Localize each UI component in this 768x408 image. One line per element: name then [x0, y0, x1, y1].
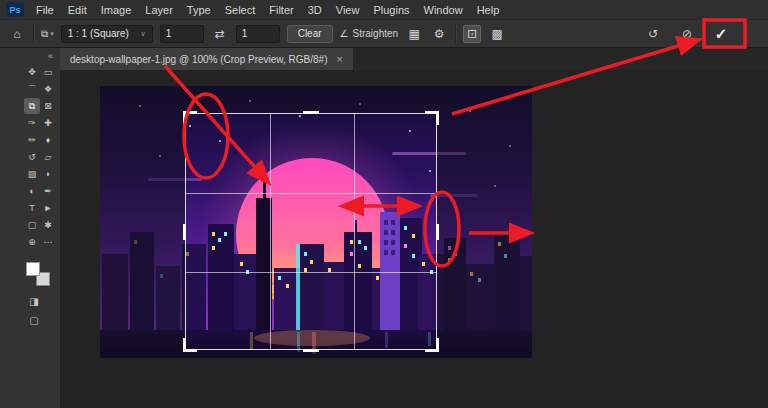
- crop-handle-top-left[interactable]: [183, 111, 197, 125]
- dodge-tool[interactable]: ◐: [24, 183, 40, 199]
- move-tool[interactable]: ✥: [24, 64, 40, 80]
- menu-bar: Ps File Edit Image Layer Type Select Fil…: [0, 0, 768, 20]
- foreground-color-swatch[interactable]: [26, 262, 40, 276]
- blur-tool[interactable]: ◗: [40, 166, 56, 182]
- crop-handle-bottom-left[interactable]: [183, 338, 197, 352]
- home-icon[interactable]: ⌂: [8, 25, 26, 43]
- canvas[interactable]: [60, 70, 768, 408]
- crop-handle-left[interactable]: [183, 224, 186, 240]
- menu-layer[interactable]: Layer: [138, 4, 180, 16]
- aspect-ratio-select[interactable]: 1 : 1 (Square) ∨: [61, 25, 153, 43]
- collapse-panel-icon[interactable]: «: [48, 51, 53, 61]
- lasso-tool[interactable]: ⌒: [24, 81, 40, 97]
- overlay-options-icon[interactable]: ▦: [405, 25, 423, 43]
- clone-stamp-tool[interactable]: ♦: [40, 132, 56, 148]
- content-aware-icon[interactable]: ▩: [488, 25, 506, 43]
- straighten-label: Straighten: [353, 28, 399, 39]
- swap-dimensions-icon[interactable]: ⇄: [211, 25, 229, 43]
- separator: [33, 25, 34, 43]
- menu-filter[interactable]: Filter: [262, 4, 300, 16]
- crop-options-bar: ⌂ ⧉ ▾ 1 : 1 (Square) ∨ ⇄ Clear ∠ Straigh…: [0, 20, 768, 48]
- crop-grid-line: [354, 114, 355, 349]
- crop-handle-bottom-right[interactable]: [425, 338, 439, 352]
- crop-width-input[interactable]: [160, 25, 204, 43]
- cancel-crop-icon[interactable]: ⊘: [678, 25, 696, 43]
- hand-tool[interactable]: ✱: [40, 217, 56, 233]
- edit-toolbar-icon[interactable]: ⋯: [40, 234, 56, 250]
- document-tab-title: desktop-wallpaper-1.jpg @ 100% (Crop Pre…: [70, 54, 328, 65]
- rectangle-tool[interactable]: ▢: [24, 217, 40, 233]
- separator: [455, 25, 456, 43]
- color-swatches[interactable]: [26, 262, 50, 286]
- straighten-button[interactable]: ∠ Straighten: [340, 28, 399, 39]
- document-tab[interactable]: desktop-wallpaper-1.jpg @ 100% (Crop Pre…: [60, 48, 353, 70]
- eraser-tool[interactable]: ▱: [40, 149, 56, 165]
- healing-brush-tool[interactable]: ✚: [40, 115, 56, 131]
- menu-type[interactable]: Type: [180, 4, 218, 16]
- pen-tool[interactable]: ✒: [40, 183, 56, 199]
- commit-crop-icon[interactable]: ✓: [712, 25, 730, 43]
- menu-view[interactable]: View: [329, 4, 367, 16]
- tool-preset-picker[interactable]: ⧉ ▾: [41, 28, 54, 40]
- marquee-tool[interactable]: ▭: [40, 64, 56, 80]
- crop-height-input[interactable]: [236, 25, 280, 43]
- menu-select[interactable]: Select: [218, 4, 263, 16]
- crop-grid-line: [270, 114, 271, 349]
- reset-icon[interactable]: ↺: [644, 25, 662, 43]
- chevron-down-icon: ▾: [50, 30, 54, 38]
- menu-help[interactable]: Help: [470, 4, 507, 16]
- crop-region[interactable]: [185, 113, 437, 350]
- history-brush-tool[interactable]: ↺: [24, 149, 40, 165]
- delete-cropped-pixels-icon[interactable]: ⊡: [463, 25, 481, 43]
- menu-window[interactable]: Window: [417, 4, 470, 16]
- tool-panel: « ✥ ▭ ⌒ ❖ ⧉ ⊠ ✑ ✚ ✏ ♦ ↺ ▱ ▨ ◗ ◐ ✒ T ► ▢ …: [0, 48, 60, 408]
- commit-group: ↺ ⊘ ✓: [644, 25, 730, 43]
- crop-grid-line: [186, 272, 436, 273]
- toolbar-bottom: ◨ ▢: [26, 296, 42, 326]
- document-area: desktop-wallpaper-1.jpg @ 100% (Crop Pre…: [60, 48, 768, 408]
- close-icon[interactable]: ×: [337, 53, 343, 65]
- menu-file[interactable]: File: [29, 4, 61, 16]
- photoshop-logo[interactable]: Ps: [6, 2, 24, 17]
- tool-grid: ✥ ▭ ⌒ ❖ ⧉ ⊠ ✑ ✚ ✏ ♦ ↺ ▱ ▨ ◗ ◐ ✒ T ► ▢ ✱ …: [24, 64, 56, 250]
- chevron-down-icon: ∨: [141, 30, 146, 38]
- crop-tool[interactable]: ⧉: [24, 98, 40, 114]
- crop-handle-top-right[interactable]: [425, 111, 439, 125]
- brush-tool[interactable]: ✏: [24, 132, 40, 148]
- menu-edit[interactable]: Edit: [61, 4, 94, 16]
- screen-mode-icon[interactable]: ▢: [29, 315, 38, 326]
- aspect-ratio-value: 1 : 1 (Square): [68, 28, 129, 39]
- main-area: « ✥ ▭ ⌒ ❖ ⧉ ⊠ ✑ ✚ ✏ ♦ ↺ ▱ ▨ ◗ ◐ ✒ T ► ▢ …: [0, 48, 768, 408]
- crop-handle-top[interactable]: [303, 111, 319, 114]
- gradient-tool[interactable]: ▨: [24, 166, 40, 182]
- crop-tool-icon: ⧉: [41, 28, 48, 40]
- frame-tool[interactable]: ⊠: [40, 98, 56, 114]
- crop-handle-bottom[interactable]: [303, 349, 319, 352]
- tab-bar: desktop-wallpaper-1.jpg @ 100% (Crop Pre…: [60, 48, 768, 70]
- menu-image[interactable]: Image: [94, 4, 139, 16]
- type-tool[interactable]: T: [24, 200, 40, 216]
- straighten-icon: ∠: [340, 28, 349, 39]
- crop-handle-right[interactable]: [436, 224, 439, 240]
- quick-mask-icon[interactable]: ◨: [29, 296, 38, 307]
- crop-grid-line: [186, 193, 436, 194]
- eyedropper-tool[interactable]: ✑: [24, 115, 40, 131]
- path-selection-tool[interactable]: ►: [40, 200, 56, 216]
- zoom-tool[interactable]: ⊕: [24, 234, 40, 250]
- menu-3d[interactable]: 3D: [301, 4, 329, 16]
- quick-selection-tool[interactable]: ❖: [40, 81, 56, 97]
- clear-button[interactable]: Clear: [287, 25, 333, 43]
- gear-icon[interactable]: ⚙: [430, 25, 448, 43]
- menu-plugins[interactable]: Plugins: [366, 4, 416, 16]
- photoshop-window: { "menu_bar": { "logo": "Ps", "items": […: [0, 0, 768, 408]
